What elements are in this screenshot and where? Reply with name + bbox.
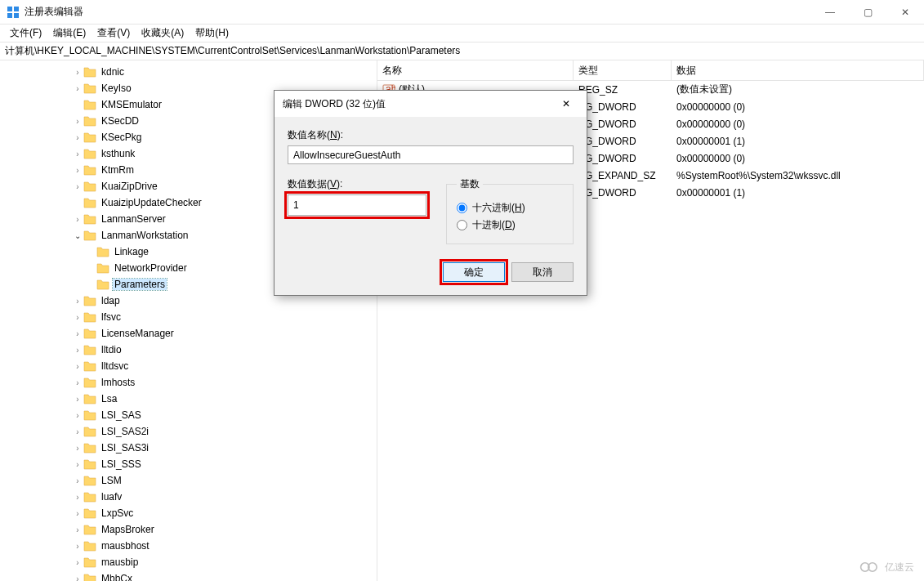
chevron-right-icon[interactable]: › xyxy=(72,166,83,175)
tree-item-label: KuaizipUpdateChecker xyxy=(100,197,203,208)
folder-icon xyxy=(83,212,96,226)
watermark-icon xyxy=(859,560,880,574)
tree-item[interactable]: ›MbbCx xyxy=(0,570,377,581)
chevron-right-icon[interactable]: › xyxy=(72,542,83,551)
tree-item[interactable]: ›LSI_SAS2i xyxy=(0,423,377,440)
tree-item[interactable]: ›LxpSvc xyxy=(0,505,377,521)
tree-item[interactable]: ›LicenseManager xyxy=(0,325,377,342)
tree-item[interactable]: ›lltdsvc xyxy=(0,358,377,374)
tree-item[interactable]: ›Lsa xyxy=(0,391,377,407)
tree-item[interactable]: ›LSI_SSS xyxy=(0,456,377,472)
tree-item-label: MapsBroker xyxy=(100,524,156,535)
folder-icon xyxy=(83,196,96,209)
tree-item[interactable]: ›MapsBroker xyxy=(0,521,377,538)
maximize-button[interactable]: ▢ xyxy=(849,0,886,25)
chevron-right-icon[interactable]: › xyxy=(72,84,83,93)
menu-view[interactable]: 查看(V) xyxy=(92,25,135,42)
menu-edit[interactable]: 编辑(E) xyxy=(48,25,91,42)
col-header-data[interactable]: 数据 xyxy=(672,60,924,80)
folder-icon xyxy=(83,65,96,78)
chevron-right-icon[interactable]: › xyxy=(72,133,83,142)
folder-icon xyxy=(83,458,96,471)
menu-help[interactable]: 帮助(H) xyxy=(190,25,234,42)
col-header-type[interactable]: 类型 xyxy=(574,60,672,80)
radix-hex-radio[interactable]: 十六进制(H) xyxy=(457,201,563,215)
tree-item-label: KMSEmulator xyxy=(100,99,163,110)
chevron-right-icon[interactable]: › xyxy=(72,362,83,371)
value-data-input[interactable] xyxy=(288,194,426,216)
folder-icon xyxy=(83,490,96,503)
dialog-close-button[interactable]: ✕ xyxy=(554,92,578,116)
tree-item[interactable]: ›LSM xyxy=(0,472,377,489)
watermark: 亿速云 xyxy=(859,560,914,574)
menu-favorites[interactable]: 收藏夹(A) xyxy=(136,25,189,42)
chevron-right-icon[interactable]: › xyxy=(72,574,83,582)
chevron-right-icon[interactable]: › xyxy=(72,117,83,126)
tree-item-label: LanmanWorkstation xyxy=(100,230,190,241)
chevron-right-icon[interactable]: › xyxy=(72,313,83,322)
app-icon xyxy=(7,6,20,19)
chevron-right-icon[interactable]: › xyxy=(72,427,83,436)
chevron-right-icon[interactable]: › xyxy=(72,182,83,191)
dialog-title-text: 编辑 DWORD (32 位)值 xyxy=(283,97,386,111)
menu-file[interactable]: 文件(F) xyxy=(5,25,47,42)
chevron-right-icon[interactable]: › xyxy=(72,525,83,534)
folder-icon xyxy=(83,180,96,193)
tree-item[interactable]: ›lfsvc xyxy=(0,309,377,325)
value-name-input[interactable] xyxy=(288,145,574,164)
tree-item-label: NetworkProvider xyxy=(113,262,189,274)
value-data: 0x00000001 (1) xyxy=(672,187,924,199)
tree-item-label: Parameters xyxy=(113,279,167,290)
tree-item[interactable]: ›kdnic xyxy=(0,64,377,80)
chevron-right-icon[interactable]: › xyxy=(72,460,83,469)
tree-item-label: LSI_SAS xyxy=(100,409,143,421)
dialog-titlebar[interactable]: 编辑 DWORD (32 位)值 ✕ xyxy=(275,91,587,117)
chevron-right-icon[interactable]: › xyxy=(72,493,83,502)
radix-dec-radio[interactable]: 十进制(D) xyxy=(457,218,563,232)
folder-icon xyxy=(96,278,109,291)
close-window-button[interactable]: ✕ xyxy=(886,0,924,25)
chevron-right-icon[interactable]: › xyxy=(72,329,83,338)
address-bar[interactable]: 计算机\HKEY_LOCAL_MACHINE\SYSTEM\CurrentCon… xyxy=(0,42,924,60)
tree-item[interactable]: ›LSI_SAS xyxy=(0,407,377,423)
chevron-right-icon[interactable]: › xyxy=(72,509,83,518)
chevron-down-icon[interactable]: ⌄ xyxy=(72,231,83,240)
chevron-right-icon[interactable]: › xyxy=(72,346,83,355)
minimize-button[interactable]: — xyxy=(811,0,849,25)
radix-hex-input[interactable] xyxy=(457,203,467,213)
tree-item[interactable]: ›mausbhost xyxy=(0,538,377,554)
svg-rect-2 xyxy=(7,13,12,18)
svg-rect-0 xyxy=(7,7,12,11)
value-type: EG_DWORD xyxy=(574,136,672,147)
folder-icon xyxy=(83,343,96,356)
chevron-right-icon[interactable]: › xyxy=(72,444,83,453)
cancel-button[interactable]: 取消 xyxy=(511,262,574,282)
tree-item[interactable]: ›mausbip xyxy=(0,554,377,570)
tree-item[interactable]: ›lmhosts xyxy=(0,374,377,391)
tree-item[interactable]: ›luafv xyxy=(0,489,377,505)
chevron-right-icon[interactable]: › xyxy=(72,215,83,224)
radix-dec-input[interactable] xyxy=(457,220,467,230)
value-type: EG_DWORD xyxy=(574,153,672,164)
chevron-right-icon[interactable]: › xyxy=(72,378,83,387)
chevron-right-icon[interactable]: › xyxy=(72,150,83,159)
tree-item-label: LanmanServer xyxy=(100,213,167,225)
tree-item-label: mausbhost xyxy=(100,540,151,552)
folder-icon xyxy=(83,163,96,177)
value-data: (数值未设置) xyxy=(672,83,924,96)
chevron-right-icon[interactable]: › xyxy=(72,558,83,567)
col-header-name[interactable]: 名称 xyxy=(377,60,574,80)
ok-button[interactable]: 确定 xyxy=(443,262,505,282)
chevron-right-icon[interactable]: › xyxy=(72,297,83,306)
chevron-right-icon[interactable]: › xyxy=(72,395,83,404)
tree-item[interactable]: ›LSI_SAS3i xyxy=(0,440,377,456)
tree-item-label: KeyIso xyxy=(100,83,133,94)
value-data: 0x00000001 (1) xyxy=(672,136,924,147)
tree-item-label: Linkage xyxy=(113,246,150,257)
chevron-right-icon[interactable]: › xyxy=(72,68,83,77)
tree-item-label: LSI_SAS2i xyxy=(100,426,150,437)
value-type: EG_DWORD xyxy=(574,187,672,199)
tree-item[interactable]: ›lltdio xyxy=(0,342,377,358)
chevron-right-icon[interactable]: › xyxy=(72,411,83,420)
chevron-right-icon[interactable]: › xyxy=(72,476,83,485)
